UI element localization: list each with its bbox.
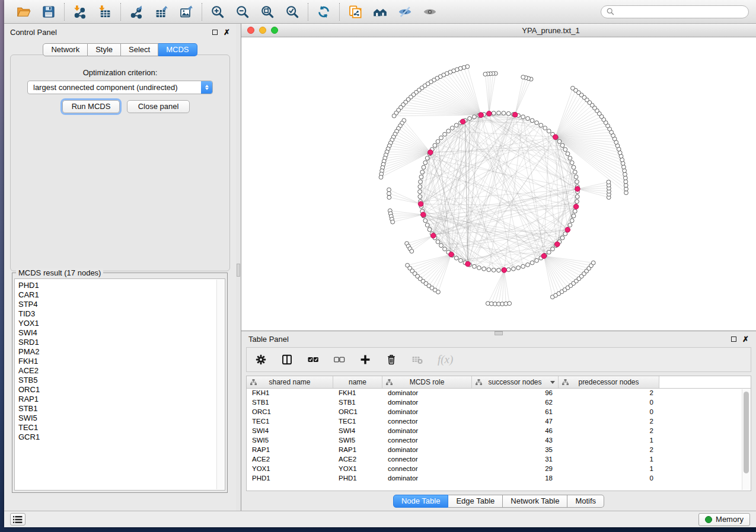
memory-button[interactable]: Memory [698,513,750,526]
mcds-result-item[interactable]: YOX1 [18,319,225,328]
status-bar: Memory [4,511,756,527]
table-row[interactable]: YOX1YOX1connector291 [247,465,741,475]
column-header-MCDS-role[interactable]: MCDS role [382,376,472,388]
mcds-result-item[interactable]: GCR1 [18,432,225,442]
mcds-result-item[interactable]: CAR1 [18,290,225,300]
tab-edge-table[interactable]: Edge Table [448,495,503,508]
mcds-dominator-nodes[interactable] [418,111,580,273]
table-row[interactable]: ORC1ORC1dominator610 [247,408,741,418]
split-panel-button[interactable] [281,354,293,366]
show-all-button[interactable] [417,2,442,22]
table-scrollbar[interactable] [742,389,750,490]
import-network-button[interactable] [68,2,92,22]
mcds-scrollbar[interactable] [216,280,224,489]
column-header-shared-name[interactable]: shared name [247,376,333,388]
zoom-out-button[interactable] [230,2,255,22]
mcds-result-item[interactable]: SWI5 [18,414,225,423]
tab-network-table[interactable]: Network Table [503,495,567,508]
window-minimize-icon[interactable] [259,27,266,34]
delete-column-button[interactable] [385,354,397,366]
refresh-button[interactable] [311,2,336,22]
task-history-button[interactable] [10,513,25,525]
zoom-selected-button[interactable] [280,2,305,22]
import-table-button[interactable] [92,2,117,22]
mcds-result-item[interactable]: PHD1 [18,281,225,290]
tab-node-table[interactable]: Node Table [393,495,449,508]
add-column-button[interactable] [359,354,371,366]
table-row[interactable]: PHD1PHD1dominator180 [247,475,741,484]
window-maximize-icon[interactable] [271,27,278,34]
column-header-predecessor-nodes[interactable]: predecessor nodes [559,376,659,388]
network-view-titlebar[interactable]: YPA_prune.txt_1 [241,24,756,37]
zoom-in-button[interactable] [205,2,230,22]
mcds-result-item[interactable]: ORC1 [18,385,225,395]
window-close-icon[interactable] [247,27,254,34]
mcds-result-list[interactable]: PHD1CAR1STP4TID3YOX1SWI4SRD1PMA2FKH1ACE2… [14,278,225,491]
duplicate-network-icon [348,5,362,19]
tab-mcds[interactable]: MCDS [158,43,197,56]
run-mcds-button[interactable]: Run MCDS [62,100,120,113]
cell-name: RAP1 [333,446,382,456]
hide-selected-button[interactable] [393,2,417,22]
close-panel-button[interactable]: Close panel [127,100,190,113]
network-graph[interactable] [241,37,756,331]
network-canvas[interactable] [241,37,756,331]
cell-successor-nodes: 18 [472,475,559,484]
table-panel: Table Panel ✗ f(x) shared namenameMCDS r… [241,331,756,511]
duplicate-network-button[interactable] [343,2,368,22]
cell-MCDS-role: connector [382,456,472,465]
mcds-result-item[interactable]: RAP1 [18,395,225,404]
column-label: successor nodes [488,378,541,386]
export-network-button[interactable] [124,2,149,22]
table-panel-grip[interactable] [495,331,503,335]
toolbar-separator [339,3,340,21]
close-table-panel-icon[interactable]: ✗ [742,336,749,342]
export-network-icon [129,5,143,19]
export-image-button[interactable] [174,2,199,22]
tab-style[interactable]: Style [88,43,121,56]
tab-network[interactable]: Network [43,43,88,56]
mcds-result-item[interactable]: STB1 [18,404,225,414]
close-panel-icon[interactable]: ✗ [224,30,230,35]
mcds-result-item[interactable]: TEC1 [18,423,225,432]
mcds-result-item[interactable]: FKH1 [18,357,225,366]
tab-select[interactable]: Select [121,43,158,56]
sort-chevron-icon[interactable] [550,381,555,384]
zoom-fit-button[interactable] [255,2,280,22]
first-neighbors-button[interactable] [368,2,393,22]
table-row[interactable]: FKH1FKH1dominator962 [247,389,741,399]
table-row[interactable]: STB1STB1dominator620 [247,399,741,408]
optimization-criterion-dropdown[interactable]: largest connected component (undirected) [27,81,213,94]
tab-motifs[interactable]: Motifs [567,495,604,508]
search-input[interactable] [618,8,743,16]
table-scrollbar-thumb[interactable] [744,392,749,473]
float-panel-icon[interactable] [212,30,218,35]
cell-shared-name: YOX1 [247,465,333,475]
mcds-result-item[interactable]: STB5 [18,376,225,385]
deselect-all-button[interactable] [333,354,345,366]
select-all-button[interactable] [307,354,319,366]
open-session-button[interactable] [11,2,36,22]
splitter-grip[interactable] [237,264,240,277]
node-table[interactable]: shared namenameMCDS rolesuccessor nodesp… [246,376,751,491]
mcds-result-item[interactable]: STP4 [18,300,225,309]
mcds-result-item[interactable]: ACE2 [18,366,225,376]
mcds-result-item[interactable]: SRD1 [18,338,225,347]
save-session-button[interactable] [36,2,61,22]
table-row[interactable]: ACE2ACE2connector311 [247,456,741,465]
mcds-result-item[interactable]: PMA2 [18,347,225,357]
attribute-gear-button[interactable] [255,354,267,366]
column-header-successor-nodes[interactable]: successor nodes [472,376,559,388]
search-box[interactable] [601,5,749,18]
export-table-button[interactable] [149,2,174,22]
column-label: shared name [269,378,310,386]
table-row[interactable]: SWI5SWI5connector431 [247,437,741,446]
table-row[interactable]: SWI4SWI4dominator462 [247,427,741,437]
float-table-panel-icon[interactable] [731,336,736,342]
mcds-result-item[interactable]: SWI4 [18,328,225,338]
table-row[interactable]: RAP1RAP1dominator352 [247,446,741,456]
mcds-result-item[interactable]: TID3 [18,309,225,319]
table-row[interactable]: TEC1TEC1connector472 [247,418,741,427]
column-header-name[interactable]: name [333,376,382,388]
vertical-splitter[interactable] [236,24,241,511]
